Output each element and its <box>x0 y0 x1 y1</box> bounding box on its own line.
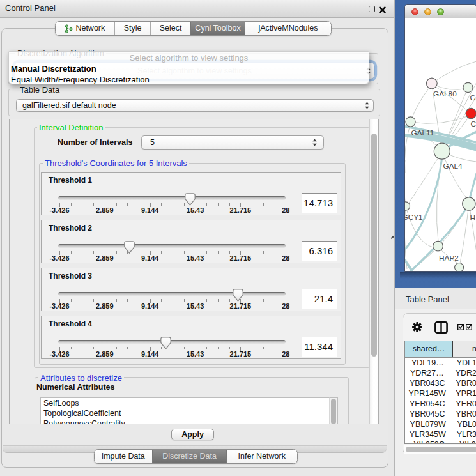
zoom-traffic-light[interactable] <box>437 8 444 15</box>
threshold-value-field[interactable]: 6.316 <box>302 241 337 261</box>
cell-name: YBL0 <box>450 419 476 429</box>
slider-thumb[interactable] <box>233 289 243 302</box>
network-node[interactable] <box>426 78 437 89</box>
network-node[interactable] <box>433 241 443 251</box>
slider-minor-tick <box>71 347 72 349</box>
cell-name: YPR1 <box>449 388 476 399</box>
tab-jactivemnodules[interactable]: jActiveMNodules <box>245 22 330 35</box>
threshold-value-field[interactable]: 21.4 <box>302 289 337 309</box>
threshold-label: Threshold 2 <box>49 224 92 233</box>
table-row[interactable]: YDL19…YDL1 <box>405 358 476 368</box>
gear-icon[interactable] <box>412 322 422 333</box>
tab-cyni-toolbox[interactable]: Cyni Toolbox <box>190 22 245 35</box>
cell-shared-name: YPR145W <box>405 388 449 399</box>
checkbox-checked-icon[interactable] <box>457 324 464 330</box>
tab-network[interactable]: Network <box>56 22 114 35</box>
table-row[interactable]: YIL052CYIL0 <box>405 440 476 444</box>
slider-track[interactable] <box>58 340 286 344</box>
close-traffic-light[interactable] <box>411 8 418 15</box>
network-node-label: HAP2 <box>439 254 459 263</box>
network-node-label: H <box>470 213 476 222</box>
network-node[interactable] <box>406 117 415 127</box>
close-icon[interactable] <box>379 6 386 13</box>
cell-shared-name: YIL052C <box>405 440 453 444</box>
table-row[interactable]: YBR043CYBR0 <box>405 378 476 388</box>
tab-select[interactable]: Select <box>150 22 190 35</box>
table-row[interactable]: YLR345WYLR3 <box>405 429 476 440</box>
table-data-combobox[interactable]: galFiltered.sif default node <box>16 99 374 112</box>
slider-thumb[interactable] <box>160 337 171 349</box>
apply-button[interactable]: Apply <box>171 429 214 440</box>
float-panel-icon[interactable] <box>369 6 375 12</box>
popup-item-equal-width-frequency[interactable]: Equal Width/Frequency Discretization <box>9 75 369 86</box>
slider-tick-label: 21.715 <box>230 206 252 214</box>
checkbox-checked-icon[interactable] <box>466 324 472 330</box>
settings-scrollbar[interactable] <box>369 119 379 424</box>
network-node[interactable] <box>466 108 476 118</box>
slider-minor-tick <box>173 347 173 349</box>
slider-tick-label: -3.426 <box>49 350 69 358</box>
minimize-traffic-light[interactable] <box>424 8 431 15</box>
threshold-label: Threshold 1 <box>49 176 92 185</box>
network-node[interactable] <box>405 202 410 210</box>
scrollbar-thumb[interactable] <box>331 399 336 424</box>
slider-minor-tick <box>206 299 207 302</box>
table-row[interactable]: YBL079WYBL0 <box>405 419 476 429</box>
attribute-list-item[interactable]: SelfLoops <box>41 398 329 408</box>
desktop-area: GAL80GACGAL11GAL4GCY1HHAP2 Table Panel s… <box>394 0 476 476</box>
table-header-row: shared… n <box>405 341 476 357</box>
window-title: Control Panel <box>5 0 56 17</box>
network-node-label: GA <box>470 93 476 102</box>
cell-shared-name: YDR27… <box>405 368 449 378</box>
popup-item-placeholder[interactable]: Select algorithm to view settings <box>9 53 369 64</box>
slider-minor-tick <box>252 203 252 206</box>
column-header-name[interactable]: n <box>453 341 476 357</box>
scrollbar-thumb[interactable] <box>406 447 476 452</box>
network-node[interactable] <box>463 82 473 92</box>
slider-track[interactable] <box>58 292 286 296</box>
slider-track[interactable] <box>58 196 286 200</box>
slider-tick-label: 9.144 <box>141 302 159 310</box>
tab-style[interactable]: Style <box>114 22 151 35</box>
network-node[interactable] <box>463 197 475 210</box>
slider-tick-label: -3.426 <box>49 206 69 214</box>
table-panel-header[interactable]: Table Panel <box>395 288 476 309</box>
network-window-titlebar[interactable] <box>405 5 476 19</box>
table-row[interactable]: YPR145WYPR1 <box>405 388 476 399</box>
scrollbar-thumb[interactable] <box>371 134 377 357</box>
split-columns-icon[interactable] <box>434 321 448 334</box>
popup-item-manual-discretization[interactable]: Manual Discretization <box>9 64 369 75</box>
network-node[interactable] <box>434 143 450 159</box>
tab-impute-data[interactable]: Impute Data <box>95 450 153 463</box>
cell-name: YBR0 <box>449 409 476 419</box>
attributes-list-scrollbar[interactable] <box>329 397 338 424</box>
tab-infer-network[interactable]: Infer Network <box>226 450 297 463</box>
slider-minor-tick <box>173 251 173 254</box>
slider-thumb[interactable] <box>185 193 196 206</box>
slider-tick-label: -3.426 <box>49 302 69 310</box>
network-node-label: GAL11 <box>411 128 434 137</box>
slider-minor-tick <box>139 203 139 206</box>
network-canvas[interactable]: GAL80GACGAL11GAL4GCY1HHAP2 <box>405 18 476 271</box>
table-row[interactable]: YDR27…YDR2 <box>405 368 476 378</box>
attribute-list-item[interactable]: TopologicalCoefficient <box>41 408 329 418</box>
slider-track[interactable] <box>58 244 286 248</box>
column-header-shared-name[interactable]: shared… <box>405 341 453 357</box>
tab-discretize-data[interactable]: Discretize Data <box>152 450 226 463</box>
attribute-list-item[interactable]: BetweennessCentrality <box>41 418 329 424</box>
data-mode-tabs: Impute DataDiscretize DataInfer Network <box>94 449 298 464</box>
slider-thumb[interactable] <box>124 241 135 254</box>
numerical-attributes-list[interactable]: SelfLoopsTopologicalCoefficientBetweenne… <box>40 397 329 424</box>
threshold-value-field[interactable]: 14.713 <box>302 193 337 213</box>
algorithm-dropdown-popup: Select algorithm to view settings Manual… <box>8 51 369 84</box>
table-row[interactable]: YBR045CYBR0 <box>405 409 476 419</box>
slider-tick-label: -3.426 <box>49 254 69 262</box>
table-horizontal-scrollbar[interactable] <box>404 445 476 454</box>
cell-name: YDR2 <box>449 368 476 378</box>
table-row[interactable]: YER054CYER0 <box>405 399 476 409</box>
network-node[interactable] <box>455 263 464 272</box>
threshold-value-field[interactable]: 11.344 <box>302 337 337 357</box>
slider-tick-label: 9.144 <box>141 206 159 214</box>
network-edge <box>405 160 406 206</box>
number-of-intervals-combobox[interactable]: 5 <box>141 135 324 150</box>
